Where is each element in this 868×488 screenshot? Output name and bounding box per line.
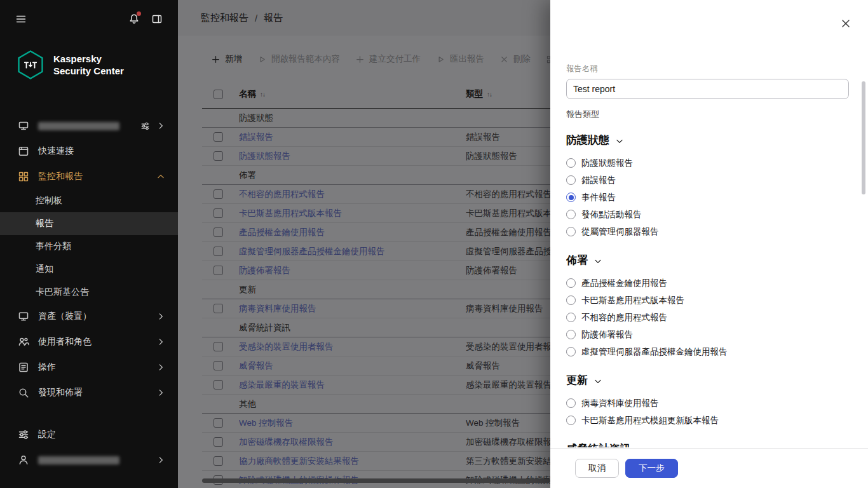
radio-unselected[interactable]	[566, 330, 576, 339]
radio-option[interactable]: 防護狀態報告	[566, 154, 849, 172]
radio-unselected[interactable]	[566, 227, 576, 236]
sidebar-bottom: 設定	[0, 422, 178, 488]
item-trailing	[156, 388, 165, 397]
sidebar-item-quick-links[interactable]: 快速連接	[0, 139, 178, 164]
radio-option[interactable]: 卡巴斯基應用程式模組更新版本報告	[566, 412, 849, 429]
devices-icon	[18, 311, 29, 322]
chevron-right-icon[interactable]	[156, 456, 165, 464]
section-title: 更新	[566, 373, 588, 388]
radio-option[interactable]: 從屬管理伺服器報告	[566, 223, 849, 240]
brand: Kaspersky Security Center	[0, 41, 178, 97]
modal-footer: 取消 下一步	[550, 448, 868, 488]
radio-unselected[interactable]	[566, 175, 576, 185]
radio-label: 虛擬管理伺服器產品授權金鑰使用報告	[581, 346, 728, 358]
sidebar-subitem-label: 卡巴斯基公告	[36, 287, 89, 298]
radio-label: 錯誤報告	[581, 175, 616, 186]
item-trailing	[156, 363, 165, 372]
kaspersky-logo-icon	[15, 50, 46, 80]
item-trailing	[156, 337, 165, 346]
vertical-scrollbar[interactable]	[862, 81, 865, 194]
radio-option[interactable]: 錯誤報告	[566, 172, 849, 189]
radio-unselected[interactable]	[566, 278, 576, 288]
radio-unselected[interactable]	[566, 416, 576, 425]
radio-option[interactable]: 發佈點活動報告	[566, 206, 849, 223]
radio-unselected[interactable]	[566, 347, 576, 356]
chevron-up-icon[interactable]	[156, 172, 165, 181]
sidebar-item-discovery-deployment[interactable]: 發現和佈署	[0, 380, 178, 405]
notification-dot	[137, 11, 141, 16]
sidebar-item-label: 監控和報告	[38, 171, 83, 182]
sidebar-item-monitoring-reporting[interactable]: 監控和報告	[0, 164, 178, 189]
sidebar-subitem-label: 事件分類	[36, 241, 71, 252]
sidebar-subitem-label: 報告	[36, 218, 53, 229]
chevron-right-icon[interactable]	[156, 363, 165, 372]
sidebar-submenu: 控制板報告事件分類通知卡巴斯基公告	[0, 189, 178, 304]
menu-icon[interactable]	[15, 13, 27, 27]
radio-label: 卡巴斯基應用程式版本報告	[581, 295, 684, 306]
chevron-right-icon[interactable]	[156, 121, 165, 130]
radio-label: 卡巴斯基應用程式模組更新版本報告	[581, 415, 719, 426]
radio-option[interactable]: 不相容的應用程式報告	[566, 309, 849, 326]
close-icon[interactable]	[840, 18, 851, 32]
radio-option[interactable]: 事件報告	[566, 189, 849, 206]
radio-option[interactable]: 卡巴斯基應用程式版本報告	[566, 292, 849, 309]
sidebar-item-assets-devices[interactable]: 資產（裝置）	[0, 304, 178, 329]
sidebar-item-notifications[interactable]: 通知	[0, 258, 178, 281]
sidebar-item-label: 使用者和角色	[38, 336, 92, 348]
radio-option[interactable]: 病毒資料庫使用報告	[566, 395, 849, 412]
section-title: 威脅統計資訊	[566, 442, 631, 447]
radio-unselected[interactable]	[566, 158, 576, 168]
sidebar-item-label: 設定	[38, 429, 56, 440]
panel-toggle-icon[interactable]	[151, 13, 163, 27]
radio-label: 不相容的應用程式報告	[581, 312, 667, 323]
cancel-button[interactable]: 取消	[575, 459, 619, 478]
radio-label: 產品授權金鑰使用報告	[581, 278, 667, 289]
quick-links-icon	[18, 146, 29, 157]
radio-label: 從屬管理伺服器報告	[581, 226, 659, 238]
sidebar-item-reports[interactable]: 報告	[0, 212, 178, 235]
radio-option[interactable]: 虛擬管理伺服器產品授權金鑰使用報告	[566, 343, 849, 360]
section-title: 佈署	[566, 253, 588, 268]
section-toggle-update[interactable]: 更新	[566, 373, 849, 388]
chevron-down-icon	[615, 137, 624, 146]
radio-unselected[interactable]	[566, 398, 576, 408]
sidebar-item-operations[interactable]: 操作	[0, 355, 178, 380]
radio-option[interactable]: 防護佈署報告	[566, 326, 849, 343]
section-update: 更新病毒資料庫使用報告卡巴斯基應用程式模組更新版本報告	[566, 373, 849, 429]
chevron-right-icon[interactable]	[156, 337, 165, 346]
radio-selected[interactable]	[566, 193, 576, 202]
report-type-label: 報告類型	[566, 109, 849, 120]
section-toggle-threat-statistics[interactable]: 威脅統計資訊	[566, 442, 849, 447]
chevron-right-icon[interactable]	[156, 388, 165, 397]
sidebar-item-settings[interactable]: 設定	[0, 422, 178, 447]
settings-icon	[18, 429, 29, 440]
report-name-input[interactable]	[566, 79, 849, 99]
section-toggle-deployment[interactable]: 佈署	[566, 253, 849, 268]
new-report-panel: 報告名稱 報告類型 防護狀態防護狀態報告錯誤報告事件報告發佈點活動報告從屬管理伺…	[550, 0, 868, 488]
item-trailing	[156, 456, 165, 464]
radio-unselected[interactable]	[566, 295, 576, 305]
radio-unselected[interactable]	[566, 210, 576, 219]
section-threat-statistics: 威脅統計資訊	[566, 442, 849, 447]
redacted-text	[38, 456, 119, 464]
section-toggle-protection-status[interactable]: 防護狀態	[566, 133, 849, 147]
sidebar-item-users-roles[interactable]: 使用者和角色	[0, 329, 178, 355]
sidebar-item-account[interactable]	[0, 447, 178, 473]
report-type-sections: 防護狀態防護狀態報告錯誤報告事件報告發佈點活動報告從屬管理伺服器報告佈署產品授權…	[566, 133, 849, 447]
bell-icon[interactable]	[128, 13, 140, 27]
radio-option[interactable]: 產品授權金鑰使用報告	[566, 274, 849, 292]
next-button[interactable]: 下一步	[625, 459, 678, 478]
section-title: 防護狀態	[566, 133, 609, 147]
section-options: 病毒資料庫使用報告卡巴斯基應用程式模組更新版本報告	[566, 395, 849, 429]
sidebar-item-server[interactable]	[0, 113, 178, 139]
sidebar-item-dashboard[interactable]: 控制板	[0, 189, 178, 212]
radio-unselected[interactable]	[566, 313, 576, 322]
item-trailing	[156, 312, 165, 321]
item-trailing	[140, 121, 165, 131]
sidebar-item-event-selections[interactable]: 事件分類	[0, 235, 178, 258]
sidebar-item-kaspersky-announcements[interactable]: 卡巴斯基公告	[0, 281, 178, 304]
operations-icon	[18, 362, 29, 373]
chevron-right-icon[interactable]	[156, 312, 165, 321]
item-trailing	[156, 172, 165, 181]
sidebar-item-label: 快速連接	[38, 146, 74, 157]
